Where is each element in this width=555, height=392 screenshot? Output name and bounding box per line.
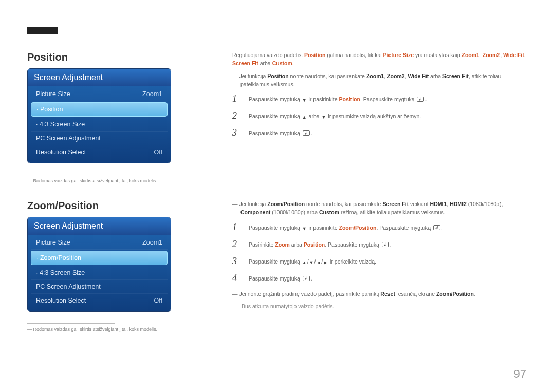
step-text: Pasirinkite Zoom arba Position. Paspausk… <box>249 239 392 250</box>
step-2: 2 Pasirinkite Zoom arba Position. Paspau… <box>232 239 528 250</box>
menu-body: Picture Size Zoom1 Position 4:3 Screen S… <box>28 86 171 163</box>
left-column: Position Screen Adjustment Picture Size … <box>27 51 212 332</box>
step-text: Paspauskite mygtuką . <box>249 273 312 284</box>
down-icon: ▼ <box>322 114 326 121</box>
up-icon: ▲ <box>302 114 307 121</box>
menu-label: Position <box>36 106 63 113</box>
step-number: 3 <box>232 127 242 138</box>
menu-value: Zoom1 <box>142 90 162 98</box>
step-number: 1 <box>232 94 242 104</box>
step-3: 3 Paspauskite mygtuką . <box>232 127 528 138</box>
menu-value: Zoom1 <box>142 239 162 246</box>
enter-icon <box>417 97 424 102</box>
dash-note: Jei funkcija Zoom/Position norite naudot… <box>232 200 528 217</box>
down-icon: ▼ <box>302 97 307 104</box>
menu-row-zoom-position[interactable]: Zoom/Position <box>31 251 168 265</box>
enter-icon <box>433 225 440 230</box>
down-icon: ▼ <box>302 226 307 233</box>
dash-note-reset: Jei norite grąžinti pradinę vaizdo padėt… <box>232 290 528 298</box>
menu-row-resolution[interactable]: Resolution Select Off <box>31 145 168 159</box>
step-number: 1 <box>232 222 242 233</box>
menu-label: 4:3 Screen Size <box>36 269 85 276</box>
footnote-divider <box>27 175 115 175</box>
intro-paragraph: Reguliuojama vaizdo padėtis. Position ga… <box>232 51 528 68</box>
menu-row-pc-adjust[interactable]: PC Screen Adjustment <box>31 132 168 145</box>
step-number: 3 <box>232 256 242 267</box>
steps-position: 1 Paspauskite mygtuką ▼ ir pasirinkite P… <box>232 94 528 138</box>
menu-header: Screen Adjustment <box>28 69 171 86</box>
heading-zoom-position: Zoom/Position <box>27 200 212 212</box>
menu-label: Resolution Select <box>36 297 86 304</box>
right-icon: ► <box>323 259 328 267</box>
page-number: 97 <box>514 367 526 381</box>
menu-label: Picture Size <box>36 90 70 98</box>
menu-panel-position: Screen Adjustment Picture Size Zoom1 Pos… <box>27 68 171 163</box>
step-text: Paspauskite mygtuką ▲ arba ▼ ir pastumki… <box>249 110 421 121</box>
enter-icon <box>303 130 310 136</box>
left-icon: ◄ <box>316 259 321 267</box>
step-3: 3 Paspauskite mygtuką ▲/▼/◄/► ir perkelk… <box>232 256 528 267</box>
menu-label: Picture Size <box>36 239 70 246</box>
step-1: 1 Paspauskite mygtuką ▼ ir pasirinkite Z… <box>232 222 528 233</box>
step-number: 2 <box>232 110 242 121</box>
step-number: 2 <box>232 239 242 250</box>
step-text: Paspauskite mygtuką ▼ ir pasirinkite Pos… <box>249 94 427 104</box>
step-4: 4 Paspauskite mygtuką . <box>232 273 528 284</box>
footnote-text: Rodomas vaizdas gali skirtis atsižvelgia… <box>27 178 212 183</box>
step-1: 1 Paspauskite mygtuką ▼ ir pasirinkite P… <box>232 94 528 104</box>
dash-note: Jei funkcija Position norite naudotis, k… <box>232 72 528 89</box>
chapter-marker <box>27 27 58 34</box>
step-number: 4 <box>232 273 242 284</box>
up-icon: ▲ <box>302 259 307 267</box>
menu-row-picture-size[interactable]: Picture Size Zoom1 <box>31 87 168 101</box>
menu-row-43[interactable]: 4:3 Screen Size <box>31 266 168 280</box>
menu-label: PC Screen Adjustment <box>36 283 101 290</box>
step-text: Paspauskite mygtuką ▼ ir pasirinkite Zoo… <box>249 222 443 233</box>
menu-row-position[interactable]: Position <box>31 102 168 117</box>
top-rule <box>27 34 528 34</box>
menu-panel-zoom-position: Screen Adjustment Picture Size Zoom1 Zoo… <box>27 217 171 312</box>
menu-label: Resolution Select <box>36 148 86 156</box>
menu-label: PC Screen Adjustment <box>36 135 101 142</box>
menu-row-picture-size[interactable]: Picture Size Zoom1 <box>31 236 168 250</box>
down-icon: ▼ <box>309 259 314 267</box>
steps-zoom-position: 1 Paspauskite mygtuką ▼ ir pasirinkite Z… <box>232 222 528 284</box>
heading-position: Position <box>27 51 212 63</box>
step-text: Paspauskite mygtuką . <box>249 127 312 138</box>
enter-icon <box>303 276 310 281</box>
sub-note: Bus atkurta numatytojo vaizdo padėtis. <box>242 303 528 309</box>
step-text: Paspauskite mygtuką ▲/▼/◄/► ir perkelkit… <box>249 256 376 267</box>
step-2: 2 Paspauskite mygtuką ▲ arba ▼ ir pastum… <box>232 110 528 121</box>
menu-value: Off <box>154 148 162 156</box>
enter-icon <box>382 242 389 247</box>
menu-row-resolution[interactable]: Resolution Select Off <box>31 294 168 307</box>
menu-body: Picture Size Zoom1 Zoom/Position 4:3 Scr… <box>28 235 171 311</box>
menu-row-43[interactable]: 4:3 Screen Size <box>31 118 168 132</box>
menu-label: Zoom/Position <box>36 254 81 262</box>
menu-label: 4:3 Screen Size <box>36 121 85 128</box>
menu-value: Off <box>154 297 162 304</box>
footnote-text: Rodomas vaizdas gali skirtis atsižvelgia… <box>27 327 212 332</box>
right-column: Reguliuojama vaizdo padėtis. Position ga… <box>232 51 528 309</box>
footnote-divider <box>27 323 115 324</box>
menu-row-pc-adjust[interactable]: PC Screen Adjustment <box>31 280 168 294</box>
menu-header: Screen Adjustment <box>28 217 171 235</box>
